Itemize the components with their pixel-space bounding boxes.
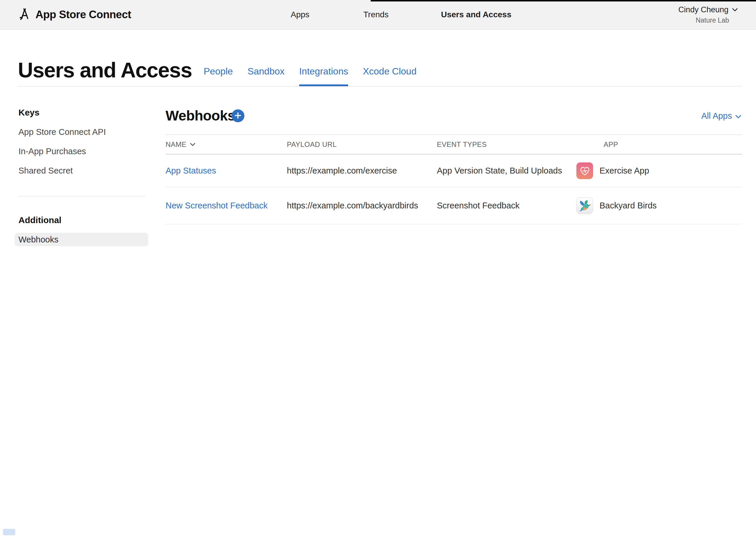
chevron-down-icon	[732, 8, 738, 12]
panel-head: Webhooks All Apps	[165, 86, 742, 135]
panel-title: Webhooks	[165, 109, 235, 123]
column-header-app: APP	[576, 140, 742, 149]
column-header-event-types: EVENT TYPES	[437, 140, 576, 149]
table-row: App Statuses https://example.com/exercis…	[165, 155, 742, 187]
page-head: Users and Access People Sandbox Integrat…	[18, 30, 742, 86]
app-cell: Exercise App	[576, 162, 742, 179]
sidebar-divider	[19, 196, 145, 197]
tab-sandbox[interactable]: Sandbox	[248, 67, 284, 86]
add-webhook-button[interactable]	[232, 109, 244, 122]
app-store-connect-logo-icon	[18, 7, 31, 22]
top-navbar: App Store Connect Apps Trends Users and …	[0, 0, 756, 30]
nav-link-users-and-access[interactable]: Users and Access	[441, 10, 511, 19]
account-menu: Cindy Cheung Nature Lab	[678, 5, 738, 24]
app-name: Backyard Birds	[599, 201, 657, 210]
chevron-down-icon	[735, 111, 741, 121]
tab-xcode-cloud[interactable]: Xcode Cloud	[363, 67, 416, 86]
plus-icon	[234, 112, 242, 120]
account-name-button[interactable]: Cindy Cheung	[678, 5, 738, 14]
sidebar-heading-keys: Keys	[19, 108, 148, 118]
event-types: Screenshot Feedback	[437, 201, 576, 210]
top-screen-artifact	[371, 0, 756, 1]
column-header-payload-url: PAYLOAD URL	[287, 140, 437, 149]
sidebar-heading-additional: Additional	[19, 215, 148, 225]
tab-people[interactable]: People	[204, 67, 233, 86]
sidebar-item-app-store-connect-api[interactable]: App Store Connect API	[19, 127, 148, 137]
nav-link-apps[interactable]: Apps	[291, 10, 309, 19]
sidebar-item-in-app-purchases[interactable]: In-App Purchases	[19, 147, 148, 156]
brand[interactable]: App Store Connect	[18, 7, 131, 22]
all-apps-filter[interactable]: All Apps	[701, 111, 741, 121]
event-types: App Version State, Build Uploads	[437, 166, 576, 176]
payload-url: https://example.com/backyardbirds	[287, 201, 437, 210]
heart-pulse-app-icon	[576, 162, 593, 179]
page-title: Users and Access	[18, 60, 192, 80]
webhooks-table: NAME PAYLOAD URL EVENT TYPES APP App Sta…	[165, 135, 742, 224]
webhook-name-link[interactable]: New Screenshot Feedback	[165, 201, 287, 210]
column-header-name-label: NAME	[165, 140, 186, 149]
table-row: New Screenshot Feedback https://example.…	[165, 187, 742, 224]
bottom-left-artifact	[3, 529, 15, 535]
sidebar-item-shared-secret[interactable]: Shared Secret	[19, 166, 148, 176]
app-cell: Backyard Birds	[576, 197, 742, 214]
webhook-name-link[interactable]: App Statuses	[165, 166, 287, 176]
filter-label: All Apps	[701, 111, 732, 121]
nav-link-trends[interactable]: Trends	[363, 10, 388, 19]
chevron-down-icon	[190, 143, 195, 146]
sidebar: Keys App Store Connect API In-App Purcha…	[15, 86, 148, 246]
account-name: Cindy Cheung	[678, 5, 728, 14]
payload-url: https://example.com/exercise	[287, 166, 437, 176]
section-tabs: People Sandbox Integrations Xcode Cloud	[204, 67, 416, 86]
table-header-row: NAME PAYLOAD URL EVENT TYPES APP	[165, 135, 742, 155]
brand-title: App Store Connect	[36, 9, 131, 21]
column-header-name[interactable]: NAME	[165, 140, 287, 149]
hummingbird-app-icon	[576, 197, 593, 214]
webhooks-panel: Webhooks All Apps NAME	[165, 86, 742, 224]
app-name: Exercise App	[599, 166, 649, 176]
tab-integrations[interactable]: Integrations	[299, 67, 348, 86]
sidebar-item-webhooks[interactable]: Webhooks	[15, 233, 148, 246]
account-organization: Nature Lab	[678, 16, 738, 24]
